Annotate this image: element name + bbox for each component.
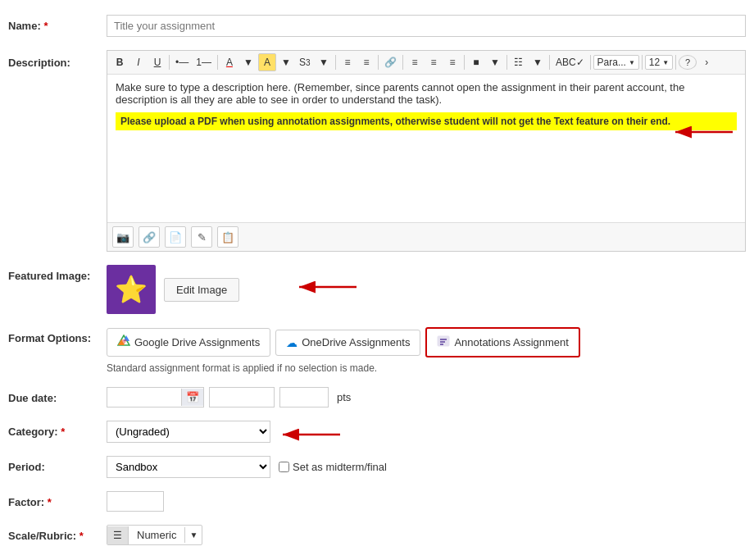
bold-button[interactable]: B [111,53,129,71]
scale-rubric-label: Scale/Rubric: * [8,525,107,542]
align-left-button[interactable]: ≡ [338,53,357,71]
pts-input[interactable]: 100 [279,387,329,407]
google-drive-button[interactable]: Google Drive Assignments [107,328,270,357]
onedrive-button[interactable]: ☁ OneDrive Assignments [275,330,420,356]
google-drive-icon [117,335,130,350]
toolbar-sep-6 [464,55,465,70]
due-time-input[interactable] [209,387,275,407]
scale-rubric-control-wrap: ☰ Numeric ▼ [107,525,746,545]
footer-link-btn[interactable]: 🔗 [139,226,160,248]
format-options-controls: Google Drive Assignments ☁ OneDrive Assi… [107,327,746,374]
annotations-svg [437,335,450,348]
featured-image-controls: ⭐ Edit Image [107,265,746,314]
period-select[interactable]: Sandbox Period 1 Period 2 [107,456,270,478]
font-color-dropdown[interactable]: ▼ [239,53,257,71]
factor-control-wrap: 1.00 [107,491,746,512]
factor-row: Factor: * 1.00 [0,485,754,518]
format-options-label: Format Options: [8,327,107,344]
format-options-row: Format Options: Google Drive Assignments [0,321,754,380]
google-drive-svg [117,335,130,348]
period-control-wrap: Sandbox Period 1 Period 2 Set as midterm… [107,456,746,478]
star-icon: ⭐ [115,274,148,305]
category-select[interactable]: (Ungraded) Graded Extra Credit [107,421,270,443]
highlight-dropdown[interactable]: ▼ [277,53,295,71]
align-options-button2[interactable]: ≡ [425,53,443,71]
due-date-input[interactable] [107,388,181,407]
align-options-button3[interactable]: ≡ [443,53,461,71]
name-label: Name: * [8,15,107,32]
category-control-wrap: (Ungraded) Graded Extra Credit [107,421,746,443]
name-field-wrap [107,15,746,37]
arrow-to-description [671,120,737,144]
onedrive-icon: ☁ [286,336,298,349]
footer-clip-btn[interactable]: 📋 [217,226,238,248]
media-button[interactable]: ■ [467,53,485,71]
due-date-label: Due date: [8,387,107,404]
align-options-button[interactable]: ≡ [406,53,424,71]
footer-edit-btn[interactable]: ✎ [191,226,212,248]
media-dropdown[interactable]: ▼ [486,53,504,71]
date-field-group: 📅 [107,387,204,407]
spellcheck-button[interactable]: ABC✓ [552,53,588,71]
annotations-button[interactable]: Annotations Assignment [425,327,579,357]
pts-label: pts [337,391,351,403]
footer-doc-btn[interactable]: 📄 [165,226,186,248]
description-editor-wrap: B I U •— 1— A ▼ A ▼ S3 ▼ ≡ ≡ 🔗 ≡ ≡ [107,50,746,252]
align-center-button[interactable]: ≡ [357,53,375,71]
italic-button[interactable]: I [129,53,148,71]
arrow-to-name [750,15,754,39]
link-button[interactable]: 🔗 [381,53,400,71]
editor-toolbar: B I U •— 1— A ▼ A ▼ S3 ▼ ≡ ≡ 🔗 ≡ ≡ [107,51,745,75]
underline-button[interactable]: U [148,53,166,71]
description-editor: B I U •— 1— A ▼ A ▼ S3 ▼ ≡ ≡ 🔗 ≡ ≡ [107,50,746,252]
description-row: Description: B I U •— 1— A ▼ A ▼ S3 ▼ ≡ … [0,43,754,258]
toolbar-sep-1 [169,55,170,70]
toolbar-sep-7 [506,55,507,70]
factor-label: Factor: * [8,491,107,508]
scale-rubric-row: Scale/Rubric: * ☰ Numeric ▼ [0,518,754,552]
scale-rubric-value[interactable]: Numeric [129,526,184,544]
editor-footer: 📷 🔗 📄 ✎ 📋 [107,222,745,251]
format-note: Standard assignment format is applied if… [107,362,746,374]
more-button[interactable]: › [697,53,715,71]
midterm-label: Set as midterm/final [293,461,387,473]
featured-image-row: Featured Image: ⭐ Edit Image [0,258,754,321]
name-input[interactable] [107,15,746,37]
period-label: Period: [8,456,107,473]
midterm-wrap: Set as midterm/final [279,461,387,473]
period-row: Period: Sandbox Period 1 Period 2 Set as… [0,449,754,485]
factor-input[interactable]: 1.00 [107,491,164,512]
scale-dropdown-arrow[interactable]: ▼ [184,527,202,543]
paragraph-dropdown[interactable]: Para... ▼ [593,55,639,70]
footer-image-btn[interactable]: 📷 [112,226,134,248]
google-drive-label: Google Drive Assignments [134,336,260,348]
help-button[interactable]: ? [679,55,697,70]
midterm-checkbox[interactable] [279,462,289,472]
onedrive-label: OneDrive Assignments [302,336,410,348]
highlight-button[interactable]: A [258,53,276,71]
subscript-dropdown[interactable]: ▼ [315,53,333,71]
bullet-list-button[interactable]: •— [172,53,192,71]
featured-image-label: Featured Image: [8,265,107,282]
table-dropdown[interactable]: ▼ [529,53,547,71]
editor-content-area[interactable]: Make sure to type a description here. (R… [107,75,745,222]
toolbar-sep-11 [675,55,676,70]
font-color-button[interactable]: A [220,53,238,71]
scale-icon: ☰ [107,526,129,544]
due-date-wrap: 📅 100 pts [107,387,746,407]
edit-image-button[interactable]: Edit Image [164,278,239,302]
period-wrap: Sandbox Period 1 Period 2 Set as midterm… [107,456,746,478]
subscript-button[interactable]: S3 [296,53,314,71]
toolbar-sep-4 [378,55,379,70]
ordered-list-button[interactable]: 1— [193,53,215,71]
description-label: Description: [8,50,107,69]
annotations-icon [437,335,450,350]
toolbar-sep-2 [217,55,218,70]
table-button[interactable]: ☷ [510,53,528,71]
toolbar-sep-5 [402,55,403,70]
toolbar-sep-10 [642,55,643,70]
calendar-icon[interactable]: 📅 [181,389,203,406]
category-label: Category: * [8,421,107,438]
font-size-dropdown[interactable]: 12 ▼ [645,55,673,70]
featured-thumb: ⭐ [107,265,156,314]
